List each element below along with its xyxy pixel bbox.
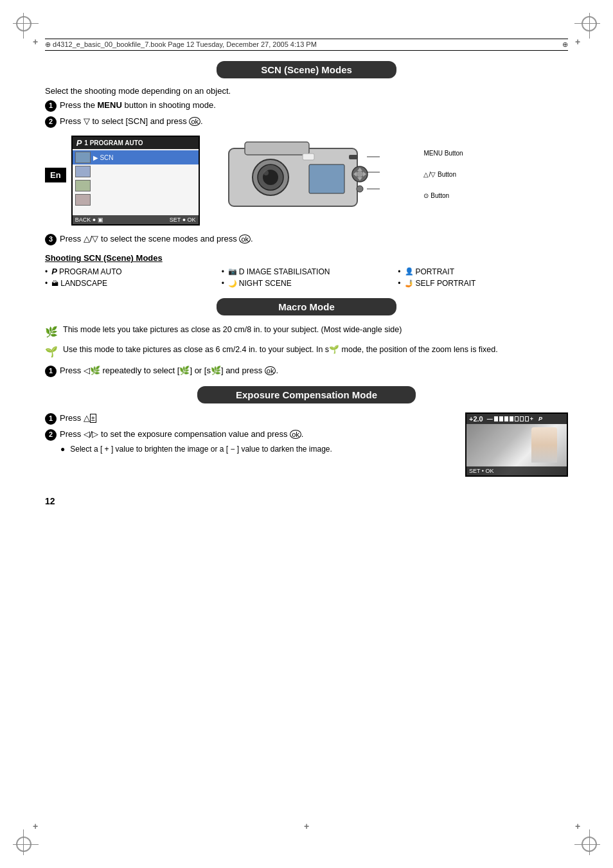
- menu-button-label: MENU Button: [423, 148, 463, 158]
- scn-step-1: 1 Press the MENU button in shooting mode…: [45, 100, 568, 112]
- macro-step-1-content: Press ◁🌿 repeatedly to select [🌿] or [s🌿…: [60, 365, 568, 376]
- camera-illustration: MENU Button △/▽ Button ⊙ Button: [226, 136, 393, 215]
- shooting-scn-modes-section: Shooting SCN (Scene) Modes • P PROGRAM A…: [45, 253, 568, 289]
- exposure-step-1: 1 Press △±: [45, 412, 452, 425]
- program-label: 1 PROGRAM AUTO: [84, 139, 143, 146]
- edge-cross-top-right: [571, 35, 584, 48]
- program-auto-label: PROGRAM AUTO: [59, 267, 122, 276]
- lcd-menu-item-2: [73, 164, 199, 179]
- exposure-bar: — +: [487, 416, 533, 422]
- svg-rect-6: [303, 154, 314, 160]
- exposure-steps: 1 Press △± 2 Press ◁/▷ to set the exposu…: [45, 412, 452, 455]
- macro-section-title: Macro Mode: [217, 298, 396, 315]
- lcd-bottom-bar: BACK ● ▣ SET ● OK: [73, 215, 199, 224]
- step-1-circle: 1: [45, 100, 57, 112]
- exposure-img-top: +2.0 — + P: [466, 414, 567, 424]
- set-ok-label: SET ● OK: [170, 217, 196, 223]
- corner-decoration-bl: [13, 829, 39, 855]
- macro-text-1: This mode lets you take pictures as clos…: [63, 324, 402, 336]
- mode-d-image-stab: • 📷 D IMAGE STABILISATION: [222, 267, 392, 276]
- program-auto-icon: P: [51, 267, 57, 276]
- ok-button-label: ⊙ Button: [423, 191, 463, 200]
- exposure-step-1-circle: 1: [45, 413, 57, 425]
- scn-modes-grid: • P PROGRAM AUTO • 📷 D IMAGE STABILISATI…: [45, 267, 568, 289]
- mode-night-scene: • 🌙 NIGHT SCENE: [222, 279, 392, 288]
- crossmark-left: ⊕: [45, 40, 51, 48]
- exposure-step-2-circle: 2: [45, 429, 57, 441]
- step-2-content: Press ▽ to select [SCN] and press ok.: [60, 116, 568, 127]
- exposure-content: 1 Press △± 2 Press ◁/▷ to set the exposu…: [45, 412, 568, 477]
- svg-point-10: [357, 171, 363, 177]
- step-1-content: Press the MENU button in shooting mode.: [60, 100, 568, 111]
- step-3-content: Press △/▽ to select the scene modes and …: [60, 233, 568, 245]
- header-line: ⊕ d4312_e_basic_00_bookfile_7.book Page …: [45, 39, 568, 51]
- step-3-circle: 3: [45, 234, 57, 245]
- lcd-menu-item-4: [73, 193, 199, 207]
- photo-subject: [531, 427, 557, 463]
- p-icon: P: [76, 138, 82, 148]
- edge-cross-bottom-left: [29, 820, 42, 833]
- mode-self-portrait: • 🤳 SELF PORTRAIT: [398, 279, 568, 288]
- edge-cross-bottom-center: [300, 820, 313, 833]
- macro-item-2: 🌱 Use this mode to take pictures as clos…: [45, 344, 568, 359]
- corner-decoration-br: [574, 829, 600, 855]
- macro-icon-2: 🌱: [45, 345, 59, 359]
- exposure-section: 1 Press △± 2 Press ◁/▷ to set the exposu…: [45, 412, 568, 477]
- svg-rect-7: [309, 164, 344, 193]
- night-scene-label: NIGHT SCENE: [239, 279, 292, 288]
- menu-keyword: MENU: [98, 100, 122, 110]
- p-indicator: P: [538, 416, 542, 422]
- camera-button-labels: MENU Button △/▽ Button ⊙ Button: [423, 148, 463, 200]
- macro-text-2: Use this mode to take pictures as close …: [63, 344, 498, 356]
- edge-cross-bottom-right: [571, 820, 584, 833]
- macro-section: 🌿 This mode lets you take pictures as cl…: [45, 324, 568, 377]
- macro-step-1-circle: 1: [45, 366, 57, 377]
- self-portrait-icon: 🤳: [405, 279, 414, 288]
- exposure-step-2-content: Press ◁/▷ to set the exposure compensati…: [60, 429, 452, 440]
- scn-section-title: SCN (Scene) Modes: [217, 61, 396, 78]
- exposure-section-title: Exposure Compensation Mode: [197, 386, 416, 403]
- night-scene-icon: 🌙: [228, 279, 237, 288]
- d-image-stab-label: D IMAGE STABILISATION: [239, 267, 330, 276]
- corner-decoration-tl: [13, 13, 39, 39]
- back-label: BACK ● ▣: [75, 217, 103, 223]
- page-container: ⊕ d4312_e_basic_00_bookfile_7.book Page …: [0, 0, 613, 868]
- mode-landscape: • 🏔 LANDSCAPE: [45, 279, 215, 288]
- corner-decoration-tr: [574, 13, 600, 39]
- portrait-label: PORTRAIT: [416, 267, 454, 276]
- mode-program-auto: • P PROGRAM AUTO: [45, 267, 215, 276]
- svg-point-15: [357, 186, 363, 192]
- landscape-icon: 🏔: [51, 279, 58, 287]
- scn-step-2: 2 Press ▽ to select [SCN] and press ok.: [45, 116, 568, 128]
- scn-step-3: 3 Press △/▽ to select the scene modes an…: [45, 233, 568, 245]
- scn-intro-text: Select the shooting mode depending on an…: [45, 86, 568, 96]
- exposure-sub-bullet: ● Select a [ + ] value to brighten the i…: [60, 445, 452, 454]
- lcd-menu-item-3: [73, 179, 199, 193]
- camera-screen-area: En P 1 PROGRAM AUTO ▶ SCN: [45, 136, 568, 226]
- shooting-scn-modes-title: Shooting SCN (Scene) Modes: [45, 253, 568, 263]
- set-ok-label: SET • OK: [469, 468, 494, 474]
- svg-point-5: [263, 170, 269, 175]
- landscape-label: LANDSCAPE: [60, 279, 107, 288]
- header-text: d4312_e_basic_00_bookfile_7.book Page 12…: [53, 40, 317, 48]
- en-label: En: [45, 168, 66, 182]
- macro-item-1: 🌿 This mode lets you take pictures as cl…: [45, 324, 568, 339]
- exposure-step-1-content: Press △±: [60, 412, 452, 424]
- page-number: 12: [45, 496, 568, 506]
- portrait-icon: 👤: [405, 267, 414, 276]
- exposure-img-bottom: SET • OK: [466, 466, 567, 475]
- dpad-button-label: △/▽ Button: [423, 170, 463, 179]
- macro-step-1: 1 Press ◁🌿 repeatedly to select [🌿] or […: [45, 365, 568, 377]
- macro-icon-1: 🌿: [45, 325, 59, 339]
- crossmark-right: ⊕: [562, 40, 568, 49]
- exposure-image: +2.0 — + P: [465, 412, 568, 477]
- exposure-value: +2.0: [469, 415, 483, 423]
- mode-portrait: • 👤 PORTRAIT: [398, 267, 568, 276]
- lcd-top-bar: P 1 PROGRAM AUTO: [73, 137, 199, 149]
- step-2-circle: 2: [45, 116, 57, 128]
- svg-rect-8: [349, 155, 358, 159]
- self-portrait-label: SELF PORTRAIT: [416, 279, 476, 288]
- lcd-menu-items: ▶ SCN: [73, 149, 199, 208]
- lcd-menu-item-1: ▶ SCN: [73, 150, 199, 164]
- exposure-bullet-text: Select a [ + ] value to brighten the ima…: [70, 445, 332, 454]
